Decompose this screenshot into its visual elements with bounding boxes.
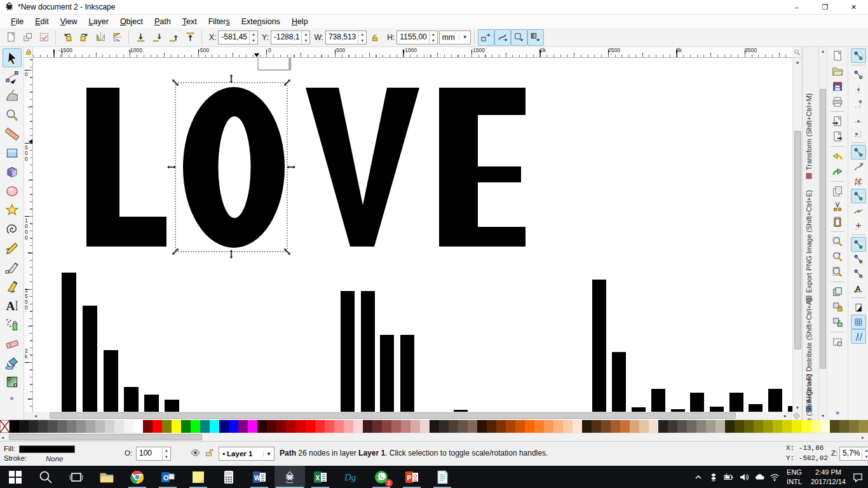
- palette-swatch[interactable]: [10, 420, 19, 433]
- copy-button[interactable]: [829, 184, 846, 199]
- bar-shape[interactable]: [104, 350, 118, 412]
- y-spinbox[interactable]: -1288,1▲▼: [271, 30, 311, 44]
- canvas[interactable]: [33, 58, 792, 412]
- w-spinbox[interactable]: 738,513▲▼: [325, 30, 367, 44]
- guide-lock-icon[interactable]: [25, 49, 32, 55]
- lock-ratio-icon[interactable]: [367, 29, 383, 46]
- zoom-spinner[interactable]: ▲▼: [862, 447, 868, 460]
- palette-swatch[interactable]: [353, 420, 363, 433]
- tool-tweak[interactable]: [3, 86, 22, 105]
- snap-bbox-edges-toggle[interactable]: [851, 82, 866, 97]
- fill-color-swatch[interactable]: [19, 445, 75, 453]
- current-layer-select[interactable]: ▪ Layer 1 ▼: [219, 447, 275, 461]
- tool-text[interactable]: A: [3, 296, 22, 315]
- palette-swatch[interactable]: [715, 420, 725, 433]
- palette-swatch[interactable]: [372, 420, 382, 433]
- menu-path[interactable]: Path: [149, 16, 177, 27]
- duplicate-button[interactable]: [829, 284, 846, 299]
- taskbar-task-view[interactable]: [61, 466, 92, 488]
- redo-button[interactable]: [829, 164, 846, 179]
- palette-swatch[interactable]: [172, 420, 181, 433]
- palette-swatch[interactable]: [124, 420, 133, 433]
- w-value[interactable]: 738,513: [326, 31, 358, 44]
- palette-swatch[interactable]: [620, 420, 630, 433]
- palette-swatch[interactable]: [477, 420, 487, 433]
- zoom-value[interactable]: 5,7%: [840, 447, 862, 460]
- taskbar-excel[interactable]: X: [305, 466, 336, 488]
- import-button[interactable]: [829, 114, 846, 129]
- snap-paths-toggle[interactable]: [851, 159, 866, 174]
- palette-swatch[interactable]: [363, 420, 372, 433]
- lower-to-bottom-button[interactable]: [132, 29, 149, 46]
- x-spinner[interactable]: ▲▼: [249, 31, 257, 44]
- bar-shape[interactable]: [612, 352, 626, 412]
- palette-swatch[interactable]: [668, 420, 677, 433]
- taskbar-calculator[interactable]: [214, 466, 244, 488]
- tray-battery-icon[interactable]: [721, 466, 736, 488]
- layer-lock-icon[interactable]: [205, 448, 214, 459]
- palette-scrollbar[interactable]: ◂ ▸: [0, 433, 868, 441]
- palette-swatch[interactable]: [200, 420, 210, 433]
- taskbar-notepad[interactable]: [427, 466, 458, 488]
- palette-swatch[interactable]: [534, 420, 544, 433]
- tool-paint-bucket[interactable]: [3, 353, 22, 372]
- x-spinbox[interactable]: -581,45▲▼: [218, 30, 258, 44]
- snap-bbox-centers-toggle[interactable]: [851, 126, 866, 140]
- palette-swatch[interactable]: [754, 420, 763, 433]
- close-button[interactable]: ✕: [839, 0, 868, 14]
- palette-swatch[interactable]: [315, 420, 325, 433]
- y-spinner[interactable]: ▲▼: [301, 31, 309, 44]
- taskbar-outlook[interactable]: O: [153, 466, 183, 488]
- snap-others-toggle[interactable]: [851, 237, 866, 252]
- palette-swatch[interactable]: [334, 420, 344, 433]
- y-value[interactable]: -1288,1: [271, 31, 302, 44]
- chevron-down-icon[interactable]: ▼: [263, 451, 274, 457]
- palette-swatch[interactable]: [219, 420, 229, 433]
- snap-midpoints-toggle[interactable]: [851, 218, 866, 233]
- select-all-layers-button[interactable]: [19, 29, 36, 46]
- palette-swatch[interactable]: [506, 420, 515, 433]
- dock-scrollbar[interactable]: ▴ ▾: [818, 47, 827, 420]
- scroll-up-arrow[interactable]: ▴: [793, 59, 802, 65]
- flip-vertical-button[interactable]: [109, 29, 125, 46]
- taskbar-start[interactable]: [0, 466, 31, 488]
- palette-swatch[interactable]: [257, 420, 267, 433]
- snap-bbox-midpoints-toggle[interactable]: [851, 111, 866, 126]
- snap-nodes-toggle[interactable]: [851, 145, 866, 159]
- palette-swatch[interactable]: [782, 420, 792, 433]
- snap-page-border-toggle[interactable]: [851, 300, 866, 315]
- raise-to-top-button[interactable]: [182, 29, 198, 46]
- palette-swatch[interactable]: [29, 420, 38, 433]
- palette-swatch[interactable]: [191, 420, 200, 433]
- menu-view[interactable]: View: [55, 16, 83, 27]
- palette-swatch[interactable]: [267, 420, 276, 433]
- palette-swatch[interactable]: [248, 420, 257, 433]
- undo-button[interactable]: [829, 149, 846, 164]
- tool-eraser[interactable]: [3, 334, 22, 353]
- palette-swatch[interactable]: [496, 420, 506, 433]
- palette-swatch[interactable]: [515, 420, 525, 433]
- palette-swatch[interactable]: [639, 420, 649, 433]
- tool-rectangle[interactable]: [3, 144, 22, 163]
- tray-language[interactable]: ENGINTL: [782, 468, 806, 486]
- snap-bounding-box-toggle[interactable]: [851, 67, 866, 82]
- palette-swatch[interactable]: [325, 420, 334, 433]
- object-properties-button[interactable]: [829, 334, 846, 349]
- transform-gradient-toggle[interactable]: [527, 29, 544, 46]
- scroll-down-arrow[interactable]: ▾: [793, 405, 802, 410]
- h-spinner[interactable]: ▲▼: [429, 31, 437, 44]
- bar-shape[interactable]: [361, 291, 375, 412]
- palette-swatch[interactable]: [611, 420, 620, 433]
- snap-cusp-nodes-toggle[interactable]: [851, 189, 866, 203]
- dock-scroll-up-arrow[interactable]: ▴: [819, 48, 827, 54]
- palette-swatch[interactable]: [276, 420, 286, 433]
- palette-swatch[interactable]: [439, 420, 449, 433]
- tray-onedrive-icon[interactable]: [752, 466, 767, 488]
- palette-swatch[interactable]: [468, 420, 477, 433]
- stroke-value[interactable]: None: [46, 455, 64, 463]
- palette-swatch[interactable]: [858, 420, 868, 433]
- tool-measure[interactable]: [3, 125, 22, 144]
- palette-swatch[interactable]: [696, 420, 706, 433]
- snap-enable-toggle[interactable]: [851, 48, 866, 63]
- vertical-scroll-thumb[interactable]: [794, 131, 801, 349]
